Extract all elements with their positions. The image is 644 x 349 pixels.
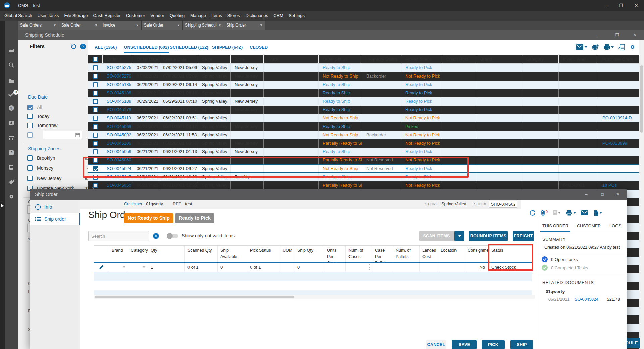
table-row-so-0045276[interactable]: SO-004527607/02/202107/02/2021 05:09 PMS… [88, 72, 639, 81]
clear-search-icon[interactable]: ✕ [153, 233, 159, 239]
vertical-scrollbar[interactable] [639, 40, 644, 349]
menu-item-user-tasks[interactable]: User Tasks [35, 11, 61, 21]
nav-item-info[interactable]: i Info [30, 201, 80, 213]
clipboard-icon[interactable] [8, 164, 14, 170]
status-tab-shipped[interactable]: SHIPPED (642) [212, 45, 243, 50]
freight-button[interactable]: FREIGHT [513, 231, 534, 241]
tab-close-icon[interactable]: ✕ [218, 23, 221, 28]
ship-qty-cell[interactable]: 0 [294, 263, 324, 272]
modal-minimize-button[interactable]: – [580, 189, 593, 200]
export-document-icon[interactable] [594, 210, 602, 216]
status-tab-all[interactable]: ALL (1366) [95, 45, 117, 50]
status-tab-closed[interactable]: CLOSED [250, 45, 268, 50]
order-value[interactable]: SO-0045092 [107, 132, 131, 137]
modal-maximize-button[interactable]: □ [596, 189, 609, 200]
zone-option-monsey[interactable]: Monsey4 [27, 165, 53, 171]
menu-item-customer[interactable]: Customer [123, 11, 148, 21]
column-header-order-date[interactable]: Order Date [132, 55, 159, 63]
email-icon[interactable] [576, 44, 587, 50]
status-tab-scheduled[interactable]: SCHEDULED (122) [170, 45, 208, 50]
doc-tab-invoice[interactable]: Invoice✕ [100, 21, 142, 30]
due-date-option-today[interactable]: Today [27, 113, 49, 120]
doc-tab-shipping-schedule[interactable]: Shipping Schedule✕ [183, 21, 224, 30]
search-icon[interactable] [8, 62, 14, 68]
row-checkbox[interactable] [93, 107, 98, 112]
order-value[interactable]: SO-0045069 [107, 124, 131, 129]
printer-icon[interactable] [603, 44, 614, 50]
app-maximize-button[interactable]: ❐ [613, 0, 629, 11]
item-search-input[interactable] [88, 231, 149, 241]
ship-button[interactable]: SHIP [510, 340, 533, 349]
save-button[interactable]: SAVE [452, 340, 477, 349]
doc-tab-ship-order[interactable]: Ship Order✕ [224, 21, 265, 30]
modal-email-icon[interactable] [581, 210, 589, 216]
po-value[interactable]: PO-0013899 [602, 141, 627, 146]
folder-icon[interactable] [8, 78, 14, 84]
row-checkbox[interactable] [93, 149, 98, 154]
refresh-icon[interactable] [529, 210, 536, 216]
status-tab-unscheduled[interactable]: UNSCHEDULED (602) [124, 45, 169, 50]
table-row-so-0045106[interactable]: SO-004510606/22/202106/22/2021 03:30 PMS… [88, 139, 639, 148]
due-date-option-tomorrow[interactable]: Tomorrow [27, 122, 57, 129]
window-close-button[interactable]: ✕ [628, 30, 641, 40]
completed-tasks-row[interactable]: 0 Completed Tasks [537, 262, 627, 271]
pick-button[interactable]: PICK [482, 340, 505, 349]
checkbox[interactable] [27, 165, 33, 171]
table-row-so-0045069[interactable]: SO-004506906/21/202106/21/2021 04:17 PMS… [88, 122, 639, 131]
row-checkbox[interactable] [93, 65, 98, 70]
drag-handle-icon[interactable] [369, 264, 370, 270]
checkbox[interactable] [27, 155, 33, 161]
order-value[interactable]: SO-0045186 [107, 90, 131, 95]
checkbox[interactable] [27, 176, 33, 181]
checkbox[interactable] [27, 123, 33, 128]
box-question-icon[interactable]: ? [8, 150, 14, 156]
menu-item-crm[interactable]: CRM [271, 11, 286, 21]
row-checkbox[interactable] [93, 124, 98, 129]
item-row[interactable]: 1 0 of 1 0 0 of 1 0 No Check Stock [94, 263, 532, 272]
order-value[interactable]: SO-0045179 [107, 107, 131, 112]
roundup-items-button[interactable]: ROUNDUP ITEMS [469, 231, 508, 241]
table-row-so-0045092[interactable]: SO-004509206/22/202106/22/2021 11:58 AMS… [88, 131, 639, 139]
customer-value[interactable]: 01qwerty [146, 202, 163, 206]
due-date-option-all[interactable]: All [27, 104, 42, 111]
modal-printer-icon[interactable] [566, 210, 576, 216]
tab-close-icon[interactable]: ✕ [177, 23, 180, 28]
row-checkbox[interactable] [93, 116, 98, 121]
order-value[interactable]: SO-0045050 [107, 183, 131, 188]
menu-item-dictionaries[interactable]: Dictionaries [243, 11, 271, 21]
tab-close-icon[interactable]: ✕ [53, 23, 56, 28]
menu-item-file-storage[interactable]: File Storage [61, 11, 90, 21]
calendar-icon[interactable] [75, 133, 80, 137]
cash-register-icon[interactable] [8, 47, 14, 53]
print-receipt-icon[interactable] [592, 44, 599, 50]
po-value[interactable]: PO-0013914-D [602, 115, 632, 120]
row-checkbox[interactable] [93, 141, 98, 146]
filters-refresh-icon[interactable] [71, 44, 76, 49]
row-checkbox[interactable] [93, 91, 98, 96]
table-row-so-0045059[interactable]: SO-004505906/21/202106/21/2021 01:13 PMS… [88, 148, 639, 156]
app-minimize-button[interactable]: – [598, 0, 613, 11]
order-value[interactable]: SO-0045110 [107, 115, 131, 120]
tab-close-icon[interactable]: ✕ [136, 23, 139, 28]
menu-item-settings[interactable]: Settings [286, 11, 307, 21]
checkbox[interactable] [27, 114, 33, 119]
row-checkbox[interactable] [93, 99, 98, 104]
row-checkbox[interactable] [93, 133, 98, 138]
panel-tab-customer[interactable]: CUSTOMER [577, 220, 601, 232]
menu-item-manage[interactable]: Manage [187, 11, 209, 21]
table-row-so-0045275[interactable]: SO-004527507/02/202107/02/2021 05:09 PMS… [88, 64, 639, 72]
window-maximize-button[interactable]: ❐ [610, 30, 624, 40]
category-cell[interactable] [128, 263, 148, 272]
filters-clear-icon[interactable]: ✕ [80, 44, 86, 49]
scrollbar-thumb[interactable] [640, 65, 643, 133]
doc-tab-sale-order[interactable]: Sale Order✕ [142, 21, 183, 30]
row-checkbox[interactable] [93, 183, 98, 188]
table-row-so-0045050[interactable]: SO-004505006/21/202106/21/2021 12:35 PMS… [88, 181, 639, 190]
window-minimize-button[interactable]: – [590, 30, 604, 40]
tab-close-icon[interactable]: ✕ [95, 23, 98, 28]
doc-tab-sale-orders[interactable]: Sale Orders✕ [18, 21, 59, 30]
order-value[interactable]: SO-0045276 [107, 73, 131, 79]
sho-number-input[interactable] [489, 201, 517, 208]
related-order-link[interactable]: SO-0045024 [575, 297, 598, 302]
po-value[interactable]: 18 POs [602, 183, 617, 188]
